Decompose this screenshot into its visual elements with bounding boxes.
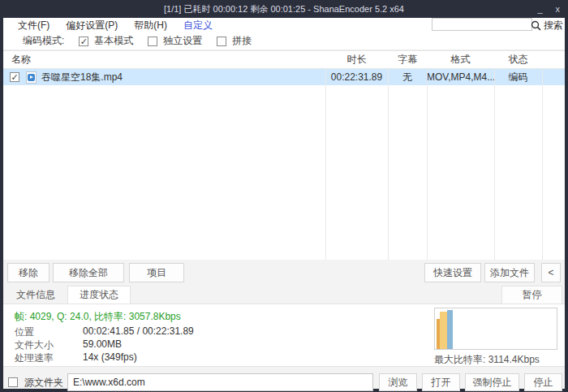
- column-header-format[interactable]: 格式: [427, 53, 494, 67]
- mode-option-basic[interactable]: ✓ 基本模式: [79, 34, 133, 48]
- table-row[interactable]: ✓ 吞噬星空18集.mp4 00:22:31.89 无 MOV,MP4,M4..…: [3, 69, 565, 85]
- force-stop-button[interactable]: 强制停止: [465, 373, 519, 391]
- mode-bar: 编码模式: ✓ 基本模式 独立设置 拼接: [3, 32, 565, 50]
- field-speed: 处理速率 14x (349fps): [15, 351, 137, 365]
- pause-button[interactable]: 暂停: [501, 286, 562, 304]
- search-input[interactable]: [432, 18, 532, 31]
- menu-preferences[interactable]: 偏好设置(P): [58, 19, 126, 32]
- mode-option-concat[interactable]: 拼接: [217, 34, 252, 48]
- menu-help[interactable]: 帮助(H): [126, 19, 175, 32]
- file-subtitle: 无: [388, 71, 427, 84]
- window-title: [1/1] 已耗时 00:00:12 剩余 00:01:25 - ShanaEn…: [164, 3, 404, 15]
- stop-button[interactable]: 停止: [524, 373, 562, 391]
- table-header: 名称 时长 字幕 格式 状态: [3, 50, 565, 69]
- menu-customize[interactable]: 自定义: [175, 19, 221, 32]
- concat-checkbox[interactable]: [217, 37, 226, 46]
- column-header-status[interactable]: 状态: [494, 53, 542, 67]
- source-bar: 源文件夹 浏览 打开 强制停止 停止: [3, 373, 565, 392]
- collapse-button[interactable]: <: [541, 263, 561, 282]
- column-header-subtitle[interactable]: 字幕: [388, 53, 427, 67]
- open-button[interactable]: 打开: [422, 373, 460, 391]
- search-icon: [531, 20, 541, 31]
- source-folder-label: 源文件夹: [24, 376, 63, 390]
- app-window: [1/1] 已耗时 00:00:12 剩余 00:01:25 - ShanaEn…: [0, 0, 568, 392]
- progress-panel: 帧: 4029, Q: 24.0, 比特率: 3057.8Kbps 位置 00:…: [3, 304, 565, 367]
- remove-button[interactable]: 移除: [7, 263, 49, 282]
- field-position: 位置 00:02:41.85 / 00:22:31.89: [15, 325, 194, 339]
- max-bitrate-label: 最大比特率: 3114.4Kbps: [434, 353, 540, 367]
- mode-option-independent[interactable]: 独立设置: [148, 34, 202, 48]
- basic-mode-checkbox[interactable]: ✓: [79, 37, 88, 46]
- file-duration: 00:22:31.89: [325, 71, 388, 83]
- menu-bar: 文件(F) 偏好设置(P) 帮助(H) 自定义 搜索: [3, 18, 565, 32]
- bitrate-chart: [434, 308, 557, 350]
- quick-settings-button[interactable]: 快速设置: [424, 263, 481, 282]
- file-name: 吞噬星空18集.mp4: [41, 71, 123, 84]
- action-bar: 移除 移除全部 项目 快速设置 添加文件 <: [3, 263, 565, 284]
- project-button[interactable]: 项目: [129, 263, 184, 282]
- column-header-name[interactable]: 名称: [3, 53, 325, 67]
- column-header-duration[interactable]: 时长: [325, 53, 388, 67]
- field-file-size: 文件大小 59.00MB: [15, 338, 122, 352]
- video-file-icon: [26, 71, 37, 84]
- encode-stats-line: 帧: 4029, Q: 24.0, 比特率: 3057.8Kbps: [15, 310, 181, 324]
- menu-file[interactable]: 文件(F): [10, 19, 58, 32]
- bitrate-avg: [440, 312, 447, 349]
- file-table: 名称 时长 字幕 格式 状态 ✓ 吞噬星空18集.mp4 00:22:31.89…: [3, 50, 565, 260]
- title-bar: [1/1] 已耗时 00:00:12 剩余 00:01:25 - ShanaEn…: [0, 0, 568, 18]
- minimize-button[interactable]: _: [536, 4, 544, 14]
- tab-file-info[interactable]: 文件信息: [8, 286, 63, 304]
- close-button[interactable]: x: [554, 4, 562, 14]
- mode-label: 编码模式:: [23, 34, 64, 48]
- table-body: ✓ 吞噬星空18集.mp4 00:22:31.89 无 MOV,MP4,M4..…: [3, 69, 565, 260]
- file-status: 编码: [494, 71, 542, 84]
- row-checkbox[interactable]: ✓: [10, 72, 19, 82]
- tab-row: 文件信息 进度状态 暂停: [3, 286, 565, 304]
- add-file-button[interactable]: 添加文件: [484, 263, 535, 282]
- remove-all-button[interactable]: 移除全部: [53, 263, 124, 282]
- search-button-label[interactable]: 搜索: [544, 19, 563, 32]
- search-zone[interactable]: 搜索: [531, 18, 563, 32]
- client-area: 文件(F) 偏好设置(P) 帮助(H) 自定义 搜索 编码模式: ✓ 基本模式: [3, 18, 565, 389]
- source-folder-checkbox[interactable]: [8, 377, 18, 387]
- browse-button[interactable]: 浏览: [379, 373, 417, 391]
- file-name-cell: ✓ 吞噬星空18集.mp4: [3, 71, 325, 84]
- bitrate-max: [447, 310, 453, 349]
- file-format: MOV,MP4,M4...: [427, 71, 494, 83]
- output-path-input[interactable]: [67, 373, 373, 391]
- independent-settings-checkbox[interactable]: [148, 37, 157, 46]
- tab-progress-status[interactable]: 进度状态: [67, 286, 131, 304]
